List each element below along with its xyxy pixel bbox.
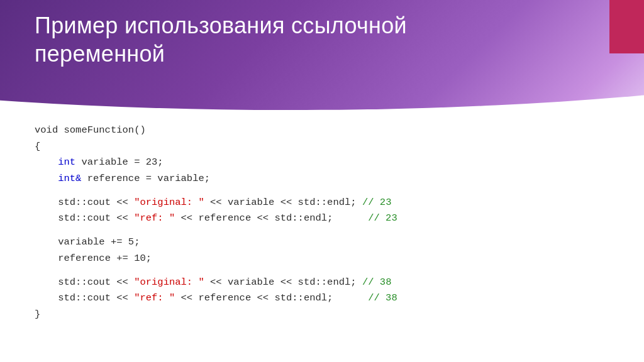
- title-line1: Пример использования ссылочной: [35, 11, 407, 40]
- code-line: std::cout << "original: " << variable <<…: [35, 275, 609, 291]
- code-line: std::cout << "original: " << variable <<…: [35, 195, 609, 211]
- code-line: [35, 266, 609, 274]
- code-line: int variable = 23;: [35, 155, 609, 171]
- code-line: std::cout << "ref: " << reference << std…: [35, 211, 609, 227]
- code-line: reference += 10;: [35, 251, 609, 267]
- code-line: }: [35, 307, 609, 323]
- slide: Пример использования ссылочной переменно…: [0, 0, 644, 362]
- title-line2: переменной: [35, 40, 407, 68]
- code-line: void someFunction(): [35, 123, 609, 139]
- accent-rectangle: [609, 0, 644, 53]
- code-line: [35, 227, 609, 234]
- code-line: variable += 5;: [35, 234, 609, 251]
- code-line: [35, 187, 609, 194]
- code-line: int& reference = variable;: [35, 171, 609, 187]
- code-block: void someFunction(){ int variable = 23; …: [35, 123, 609, 322]
- code-line: std::cout << "ref: " << reference << std…: [35, 290, 609, 307]
- code-line: {: [35, 139, 609, 155]
- slide-title: Пример использования ссылочной переменно…: [35, 11, 407, 68]
